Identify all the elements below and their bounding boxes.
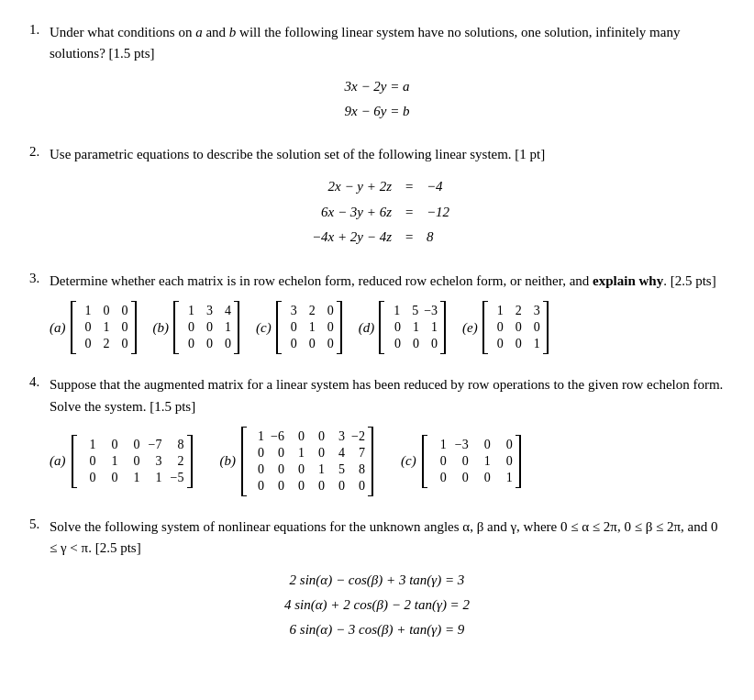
matrix-cell: 0 [79,337,92,351]
bracket-left [482,301,488,354]
eq3-rhs: 8 [419,225,465,250]
matrix-cell: −3 [424,304,438,318]
bracket-left [241,427,247,496]
matrix-cell: 0 [290,462,305,477]
matrix-row: 000000 [249,479,365,494]
matrix-row: 100−78 [80,438,184,452]
matrix-cell: 0 [321,304,334,318]
matrix-group-b: (b)134001000 [153,301,240,354]
problem-2-text: Use parametric equations to describe the… [50,144,725,165]
matrix-cell: 3 [200,304,213,318]
problem-2-equations: 2x − y + 2z = −4 6x − 3y + 6z = −12 −4x … [289,174,465,250]
matrix-cell: 0 [491,320,504,335]
matrix-label: (c) [256,320,272,336]
matrix-row: 0001 [430,471,513,485]
matrix-cell: −2 [350,429,365,444]
problem-5-header: 5. Solve the following system of nonline… [29,517,725,560]
matrix-cell: 2 [509,304,522,318]
problem-4-number: 4. [29,374,50,390]
bracket-left [379,301,384,354]
matrix-cell: 1 [290,446,305,461]
matrix-cell: 0 [452,471,469,485]
problem-2-eq2: 6x − 3y + 6z = −12 [289,200,465,226]
matrix-cell: 0 [474,438,491,452]
bracket-left [276,301,282,354]
matrix-cell: 1 [474,454,491,469]
matrix-row: 0011−5 [80,471,184,485]
matrix-cell: −3 [452,438,469,452]
problem-2-eq1: 2x − y + 2z = −4 [289,174,465,200]
matrix-label: (d) [359,320,375,336]
matrix-cell: 0 [80,454,96,469]
matrix-cell: 1 [491,304,504,318]
matrix-cell: 0 [321,320,334,335]
eq3-lhs: −4x + 2y − 4z [289,225,399,250]
matrix-cell: 0 [182,337,194,351]
matrix-cell: 0 [102,438,118,452]
eq1-rhs: −4 [419,174,465,200]
matrix-row: 010 [284,320,334,335]
matrix-cell: 0 [249,446,264,461]
bracket-right [516,435,521,488]
matrix-inner: 100010020 [79,301,128,354]
eq2-rhs: −12 [419,200,465,226]
matrix-outer: 134001000 [173,301,239,354]
problem-5-number: 5. [29,517,50,532]
matrix-cell: 0 [124,438,140,452]
matrix-cell: 0 [249,462,264,477]
problem-2-number: 2. [29,144,50,160]
problem-5-equations: 2 sin(α) − cos(β) + 3 tan(γ) = 3 4 sin(α… [29,568,725,642]
matrix-cell: 0 [388,320,401,335]
problem-5-eq1: 2 sin(α) − cos(β) + 3 tan(γ) = 3 [29,568,725,593]
matrix-cell: 3 [284,304,297,318]
matrix-cell: 0 [116,304,128,318]
problem-1-text: Under what conditions on a and b will th… [50,22,725,65]
matrix-cell: 0 [406,337,419,351]
matrix-cell: 1 [124,471,140,485]
matrix-cell: 0 [310,446,325,461]
matrix-cell: 0 [496,438,513,452]
matrix-cell: 5 [330,462,345,477]
matrix-row: 134 [182,304,231,318]
matrix-cell: 1 [80,438,96,452]
bracket-left [422,435,427,488]
matrix-cell: 0 [290,479,305,494]
matrix-row: 15−3 [387,304,438,318]
matrix-group-e: (e)123000001 [462,301,549,354]
matrix-cell: 1 [527,337,540,351]
matrix-cell: 0 [509,320,522,335]
matrix-outer: 15−3011000 [379,301,446,354]
matrix-cell: 5 [405,304,418,318]
matrix-row: 000 [491,320,540,335]
problem-3-matrices: (a)100010020(b)134001000(c)320010000(d)1… [50,301,725,354]
problem-3: 3. Determine whether each matrix is in r… [29,271,725,354]
matrix-row: 100 [79,304,128,318]
matrix-inner: 1−6003−2001047000158000000 [249,427,365,496]
problem-3-text: Determine whether each matrix is in row … [50,271,725,292]
matrix-cell: −7 [146,438,162,452]
matrix-cell: 1 [387,304,400,318]
matrix-cell: 1 [430,438,447,452]
matrix-row: 020 [79,337,128,351]
bracket-right [368,427,373,496]
matrix-inner: 15−3011000 [387,301,438,354]
matrix-cell: 1 [249,429,264,444]
matrix-cell: 0 [200,320,213,335]
matrix-cell: 0 [310,429,325,444]
matrix-inner: 134001000 [182,301,231,354]
matrix-cell: 0 [388,337,401,351]
matrix-group-a: (a)100010020 [50,301,137,354]
matrix-row: 010 [79,320,128,335]
matrix-cell: 0 [509,337,522,351]
aug-matrix-label: (a) [50,453,66,469]
matrix-inner: 1−30000100001 [430,435,513,488]
matrix-cell: 8 [168,438,184,452]
matrix-cell: 0 [116,320,128,335]
problem-1-eq1: 3x − 2y = a [29,74,725,99]
bracket-left [71,301,76,354]
eq2-lhs: 6x − 3y + 6z [289,200,399,226]
matrix-cell: 0 [474,471,491,485]
matrix-cell: 0 [116,337,128,351]
matrix-cell: 0 [527,320,540,335]
matrix-cell: 2 [303,304,316,318]
